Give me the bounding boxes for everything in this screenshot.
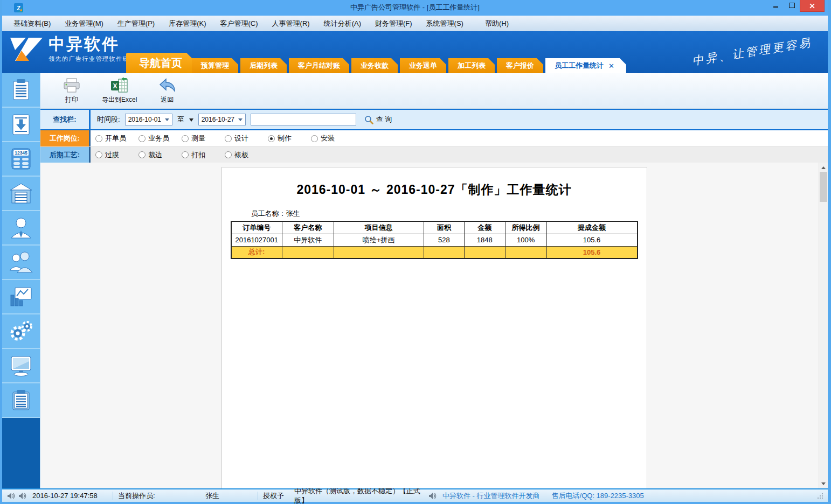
- keyword-input[interactable]: [251, 114, 356, 125]
- radio-option-zhizuo[interactable]: 制作: [268, 134, 311, 143]
- radio-icon: [138, 151, 146, 158]
- tab-customer-monthly[interactable]: 客户月结对账: [289, 58, 349, 73]
- sidebar-item-warehouse[interactable]: [2, 177, 40, 211]
- scrollbar-track[interactable]: [819, 202, 828, 479]
- radio-option-biaoban[interactable]: 裱板: [225, 150, 268, 160]
- divider: [258, 492, 258, 500]
- computer-monitor-icon: [9, 353, 33, 378]
- resize-grip[interactable]: [817, 493, 823, 499]
- menu-item-statistics[interactable]: 统计分析(A): [317, 16, 368, 31]
- menu-item-system[interactable]: 系统管理(S): [419, 16, 470, 31]
- sidebar-item-system[interactable]: [2, 349, 40, 383]
- workload-table: 订单编号 客户名称 项目信息 面积 金额 所得比例 提成金额 201610270…: [231, 221, 638, 259]
- date-from-select[interactable]: 2016-10-01: [125, 114, 172, 125]
- back-arrow-icon: [158, 78, 176, 94]
- tab-business-receipt[interactable]: 业务收款: [351, 58, 398, 73]
- speaker-icon[interactable]: [428, 492, 437, 500]
- warehouse-icon: [9, 181, 33, 206]
- close-tab-icon[interactable]: ✕: [608, 62, 614, 70]
- window-title: 中异广告公司管理软件 - [员工工作量统计]: [2, 3, 828, 12]
- process-filter-row: 后期工艺: 过膜 裁边 打扣 裱板: [40, 146, 828, 163]
- radio-label: 设计: [234, 134, 248, 143]
- radio-option-anzhuang[interactable]: 安装: [311, 134, 354, 143]
- sidebar-item-statistics[interactable]: [2, 280, 40, 314]
- col-ratio: 所得比例: [505, 221, 546, 234]
- close-icon[interactable]: [800, 0, 825, 12]
- table-header-row: 订单编号 客户名称 项目信息 面积 金额 所得比例 提成金额: [231, 221, 638, 234]
- app-window: Z 中异广告公司管理软件 - [员工工作量统计] 基础资料(B) 业务管理(M)…: [0, 0, 831, 504]
- header-band: 中异软件 领先的广告行业管理软件研发商 导航首页 预算管理 后期列表 客户月结对…: [2, 31, 828, 73]
- cell-ratio: 100%: [505, 234, 546, 246]
- scroll-up-icon[interactable]: [819, 163, 828, 172]
- radio-option-kaidanyuan[interactable]: 开单员: [95, 134, 138, 143]
- radio-label: 开单员: [105, 134, 126, 143]
- scrollbar-thumb[interactable]: [820, 172, 827, 202]
- radio-option-caibian[interactable]: 裁边: [138, 150, 182, 160]
- menu-item-hr[interactable]: 人事管理(R): [265, 16, 317, 31]
- search-section-label: 查找栏:: [40, 110, 89, 129]
- scroll-down-icon[interactable]: [819, 479, 828, 488]
- cell-order-no: 20161027001: [231, 234, 282, 246]
- sidebar-item-settings[interactable]: [2, 314, 40, 349]
- radio-label: 业务员: [148, 134, 169, 143]
- brand-logo: 中异软件 领先的广告行业管理软件研发商: [9, 35, 143, 63]
- back-button[interactable]: 返回: [152, 78, 182, 104]
- tab-processing-list[interactable]: 加工列表: [448, 58, 495, 73]
- menu-item-finance[interactable]: 财务管理(F): [368, 16, 419, 31]
- menu-item-basic-data[interactable]: 基础资料(B): [6, 16, 58, 31]
- sidebar-item-reports[interactable]: [2, 383, 40, 418]
- date-to-select[interactable]: 2016-10-27: [198, 114, 246, 125]
- sidebar-item-download-list[interactable]: [2, 108, 40, 142]
- radio-label: 过膜: [105, 150, 119, 160]
- radio-option-sheji[interactable]: 设计: [225, 134, 268, 143]
- radio-option-celiang[interactable]: 测量: [182, 134, 225, 143]
- col-order-no: 订单编号: [231, 221, 282, 234]
- print-button[interactable]: 打印: [57, 78, 87, 104]
- back-label: 返回: [161, 95, 174, 104]
- divider: [113, 492, 113, 500]
- staff-group-icon: [9, 250, 33, 275]
- sidebar-item-orders[interactable]: [2, 73, 40, 108]
- sidebar-filler: [2, 418, 40, 488]
- radio-option-dakou[interactable]: 打扣: [182, 150, 225, 160]
- vertical-scrollbar[interactable]: [819, 163, 828, 488]
- menu-item-customer[interactable]: 客户管理(C): [213, 16, 265, 31]
- sidebar-item-staff[interactable]: [2, 246, 40, 280]
- menu-item-inventory[interactable]: 库存管理(K): [162, 16, 213, 31]
- tab-postprocess-list[interactable]: 后期列表: [240, 58, 287, 73]
- magnifier-icon: [364, 115, 373, 124]
- sidebar-item-customers[interactable]: [2, 211, 40, 246]
- operator-name: 张生: [172, 491, 253, 501]
- menu-item-business[interactable]: 业务管理(M): [58, 16, 110, 31]
- col-project-info: 项目信息: [334, 221, 424, 234]
- tab-business-return[interactable]: 业务退单: [400, 58, 446, 73]
- radio-option-guomo[interactable]: 过膜: [95, 150, 138, 160]
- radio-label: 打扣: [191, 150, 205, 160]
- radio-option-yewuyuan[interactable]: 业务员: [138, 134, 182, 143]
- menu-item-help[interactable]: 帮助(H): [478, 16, 516, 31]
- speaker-icon[interactable]: [18, 492, 26, 500]
- radio-label: 裱板: [234, 150, 248, 160]
- tab-customer-quote[interactable]: 客户报价: [497, 58, 543, 73]
- radio-icon: [182, 151, 189, 158]
- statistics-chart-icon: [9, 284, 33, 309]
- export-excel-button[interactable]: X 导出到Excel: [102, 78, 137, 104]
- menu-item-production[interactable]: 生产管理(P): [110, 16, 162, 31]
- status-time: 2016-10-27 19:47:58: [28, 492, 108, 500]
- position-filter-row: 工作岗位: 开单员 业务员 测量 设计 制作 安装: [40, 130, 828, 146]
- to-dropdown-arrow-icon[interactable]: [189, 118, 193, 124]
- tab-budget[interactable]: 预算管理: [192, 58, 238, 73]
- employee-name-line: 员工名称：张生: [251, 209, 647, 219]
- status-bar: 2016-10-27 19:47:58 当前操作员: 张生 授权予 中异软件（测…: [2, 488, 828, 502]
- table-row: 20161027001 中异软件 喷绘+拼画 528 1848 100% 105…: [231, 234, 638, 246]
- report-clipboard-icon: [9, 388, 33, 412]
- sidebar-item-calculator[interactable]: 12345: [2, 142, 40, 177]
- license-text: 中异软件（测试版，数据不稳定）【正式版】: [294, 486, 427, 504]
- total-commission: 105.6: [546, 246, 638, 258]
- tab-employee-workload[interactable]: 员工工作量统计 ✕: [545, 58, 626, 73]
- search-button[interactable]: 查 询: [364, 115, 392, 124]
- speaker-icon[interactable]: [7, 492, 15, 500]
- tab-home[interactable]: 导航首页: [126, 53, 195, 73]
- license-label: 授权予: [263, 491, 294, 501]
- document-tabs: 预算管理 后期列表 客户月结对账 业务收款 业务退单 加工列表 客户报价 员工工…: [192, 58, 626, 73]
